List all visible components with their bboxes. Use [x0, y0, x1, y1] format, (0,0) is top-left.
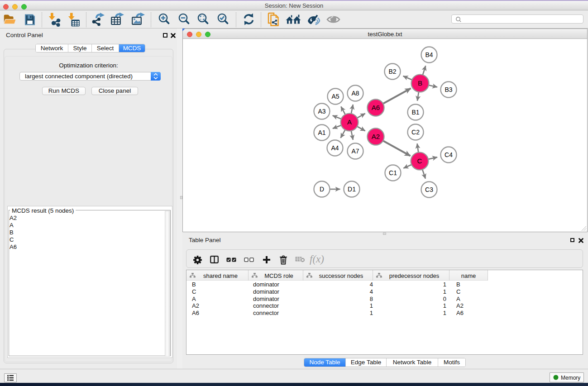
- svg-text:B4: B4: [425, 51, 433, 58]
- svg-text:B3: B3: [445, 86, 452, 93]
- svg-text:A7: A7: [351, 148, 359, 155]
- svg-text:C4: C4: [445, 151, 453, 158]
- svg-text:B: B: [418, 79, 422, 87]
- svg-text:A: A: [347, 118, 352, 126]
- svg-text:A3: A3: [318, 108, 325, 115]
- svg-text:C: C: [417, 157, 422, 165]
- svg-text:A4: A4: [331, 144, 339, 152]
- svg-text:A8: A8: [351, 90, 359, 97]
- svg-text:C3: C3: [425, 186, 433, 193]
- svg-text:A5: A5: [331, 93, 339, 100]
- svg-text:B1: B1: [411, 109, 419, 116]
- svg-text:A2: A2: [372, 133, 380, 140]
- svg-text:B2: B2: [388, 68, 396, 75]
- svg-text:A6: A6: [372, 104, 380, 111]
- svg-text:A1: A1: [318, 129, 325, 136]
- svg-text:D1: D1: [348, 186, 356, 193]
- svg-text:D: D: [320, 186, 324, 193]
- svg-text:C1: C1: [389, 169, 397, 176]
- svg-text:C2: C2: [411, 129, 420, 136]
